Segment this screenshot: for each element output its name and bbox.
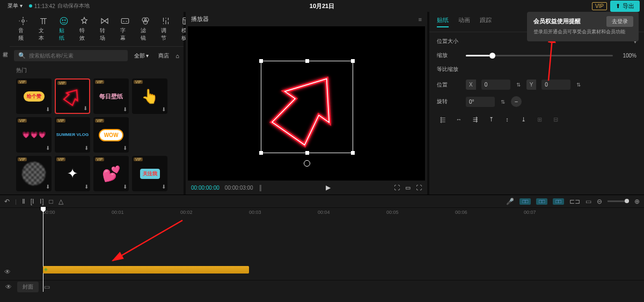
resolution-icon[interactable]: ▭ <box>405 184 411 191</box>
scale-slider[interactable] <box>466 55 613 56</box>
rotate-handle[interactable] <box>304 160 310 167</box>
download-icon[interactable]: ⬇ <box>123 106 127 112</box>
zoom-in-icon[interactable]: ⊕ <box>634 198 640 205</box>
menu-button[interactable]: 菜单 ▾ <box>4 1 26 11</box>
heart-icon: 💕 <box>102 165 121 183</box>
download-icon[interactable]: ⬇ <box>162 184 166 190</box>
stepper-icon[interactable]: ⇅ <box>516 82 521 88</box>
tab-transition[interactable]: 转场 <box>94 14 115 44</box>
track-visibility-icon[interactable]: 👁 <box>4 268 11 276</box>
play-button[interactable]: ▶ <box>268 184 389 191</box>
resize-handle[interactable] <box>351 151 355 155</box>
props-tab-track[interactable]: 跟踪 <box>480 16 492 27</box>
sticker-item[interactable]: VIP每日壁纸⬇ <box>93 78 129 114</box>
preview-canvas[interactable] <box>188 26 425 181</box>
trim-right-icon[interactable]: Ⅰ] <box>40 198 43 205</box>
login-button[interactable]: 去登录 <box>606 16 633 27</box>
magnet-icon[interactable]: ⊏⊐ <box>569 198 580 205</box>
fullscreen-icon[interactable]: ⛶ <box>416 184 422 191</box>
svg-rect-4 <box>121 19 129 24</box>
track-lock-icon[interactable]: 👁 <box>5 283 12 291</box>
sticker-item[interactable]: VIPSUMMER VLOG⬇ <box>55 117 90 153</box>
props-tab-sticker[interactable]: 贴纸 <box>437 16 449 27</box>
side-tab-material[interactable]: 素材 <box>0 44 10 51</box>
category-all[interactable]: 全部 ▾ <box>131 51 152 61</box>
download-icon[interactable]: ⬇ <box>46 184 50 190</box>
align-center-v-icon[interactable]: ↕ <box>501 113 513 125</box>
chip-icon[interactable]: □□ <box>553 198 564 205</box>
sticker-item[interactable]: VIP⬇ <box>16 156 52 191</box>
download-icon[interactable]: ⬇ <box>162 106 166 112</box>
playhead[interactable] <box>43 208 43 292</box>
timeline-clip[interactable]: ◈ <box>43 266 249 274</box>
timeline-ruler[interactable]: 00:00 00:01 00:02 00:03 00:04 00:05 00:0… <box>43 208 644 218</box>
stepper-icon[interactable]: ⇅ <box>500 99 506 105</box>
sticker-item-selected[interactable]: VIP⬇ <box>55 78 90 114</box>
tab-sticker[interactable]: 贴纸 <box>54 14 74 44</box>
align-center-h-icon[interactable]: ↔ <box>453 113 465 125</box>
split-icon[interactable]: Ⅱ <box>22 198 25 205</box>
resize-handle[interactable] <box>259 151 263 155</box>
delete-icon[interactable]: □ <box>49 198 53 205</box>
align-top-icon[interactable]: ⤒ <box>485 113 497 125</box>
resize-handle[interactable] <box>305 59 309 63</box>
chip-icon[interactable]: □□ <box>536 198 547 205</box>
stepper-icon[interactable]: ⇅ <box>576 82 581 88</box>
download-icon[interactable]: ⬇ <box>83 105 87 111</box>
sticker-item[interactable]: VIP关注我⬇ <box>132 156 167 191</box>
chip-icon[interactable]: □□ <box>519 198 531 205</box>
search-box[interactable]: 🔍 <box>14 50 128 61</box>
rotate-input[interactable] <box>466 97 495 107</box>
align-left-icon[interactable]: ⬱ <box>437 113 449 125</box>
pos-x-input[interactable] <box>481 80 510 90</box>
adjust-icon[interactable]: △ <box>58 198 63 205</box>
align-bottom-icon[interactable]: ⤓ <box>517 113 529 125</box>
download-icon[interactable]: ⬇ <box>123 184 127 190</box>
tab-effect[interactable]: 特效 <box>74 14 94 44</box>
sticker-item[interactable]: VIP✦⬇ <box>55 156 90 191</box>
tab-filter[interactable]: 滤镜 <box>135 14 156 44</box>
rotate-reset-icon[interactable]: − <box>511 96 522 107</box>
tab-caption[interactable]: 字幕 <box>115 14 135 44</box>
ratio-icon[interactable]: ⛶ <box>394 184 400 191</box>
preview-menu-icon[interactable]: ≡ <box>419 16 422 23</box>
download-icon[interactable]: ⬇ <box>46 106 50 112</box>
zoom-slider-icon[interactable]: ║ <box>259 185 262 191</box>
tab-text[interactable]: 文本 <box>33 14 54 44</box>
resize-handle[interactable] <box>259 59 263 63</box>
pos-label: 位置 <box>437 81 460 89</box>
download-icon[interactable]: ⬇ <box>46 145 50 151</box>
undo-icon[interactable]: ↶ <box>4 198 10 205</box>
section-pos-size: 位置大小 <box>437 38 458 45</box>
align-right-icon[interactable]: ⇶ <box>469 113 481 125</box>
resize-handle[interactable] <box>351 59 355 63</box>
track-menu-icon[interactable]: ▭ <box>44 283 50 291</box>
timeline-body[interactable]: 00:00 00:01 00:02 00:03 00:04 00:05 00:0… <box>0 208 644 280</box>
selection-box[interactable] <box>261 61 353 153</box>
section-hot: 热门 <box>10 64 184 76</box>
shop-icon[interactable]: ⌂ <box>175 53 179 59</box>
zoom-out-icon[interactable]: ⊖ <box>597 198 602 205</box>
export-button[interactable]: ⬆ 导出 <box>610 1 640 12</box>
zoom-slider[interactable] <box>608 200 629 202</box>
download-icon[interactable]: ⬇ <box>84 184 89 190</box>
tab-audio[interactable]: 音频 <box>13 14 33 44</box>
download-icon[interactable]: ⬇ <box>123 145 127 151</box>
tab-adjust[interactable]: 调节 <box>156 14 176 44</box>
props-tab-anim[interactable]: 动画 <box>458 16 470 27</box>
pos-y-input[interactable] <box>541 80 570 90</box>
sticker-item[interactable]: VIPWOW⬇ <box>93 117 129 153</box>
vip-badge[interactable]: VIP <box>592 2 607 10</box>
sticker-item[interactable]: VIP给个赞⬇ <box>16 78 52 114</box>
cover-button[interactable]: 封面 <box>17 282 39 292</box>
mic-icon[interactable]: 🎤 <box>506 198 514 205</box>
sticker-item[interactable]: VIP👆⬇ <box>132 78 167 114</box>
link-icon[interactable]: ▭ <box>586 198 591 205</box>
trim-left-icon[interactable]: [Ⅰ <box>31 198 34 205</box>
search-input[interactable] <box>29 53 123 59</box>
download-icon[interactable]: ⬇ <box>84 145 89 151</box>
sticker-item[interactable]: VIP💗💗💗⬇ <box>16 117 52 153</box>
category-shop[interactable]: 商店 <box>155 51 172 61</box>
sticker-item[interactable]: VIP💕⬇ <box>93 156 129 191</box>
resize-handle[interactable] <box>305 151 309 155</box>
